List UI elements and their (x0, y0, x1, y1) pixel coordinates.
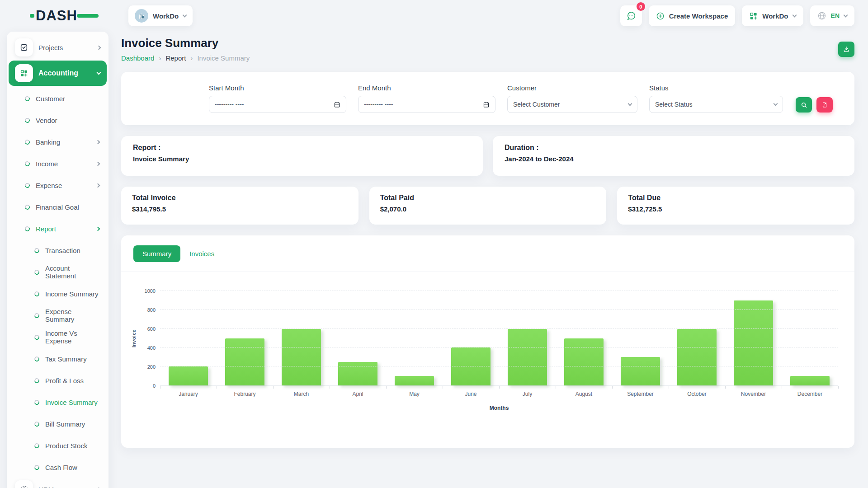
bar-november[interactable] (725, 291, 782, 385)
x-tick-label: September (612, 391, 669, 397)
sidebar-item-projects[interactable]: Projects (9, 36, 107, 59)
sidebar-item-banking[interactable]: Banking (9, 131, 107, 153)
sidebar-item-label: Banking (36, 138, 90, 146)
workdo-menu-label: WorkDo (762, 12, 788, 20)
sidebar-item-transaction[interactable]: Transaction (9, 239, 107, 261)
sidebar-item-invoice-summary[interactable]: Invoice Summary (9, 391, 107, 413)
x-tick-label: October (669, 391, 725, 397)
chevron-down-icon (774, 102, 778, 106)
sidebar-item-label: Account Statement (45, 264, 99, 280)
logo-dash-bar (77, 14, 99, 18)
sidebar-item-income-summary[interactable]: Income Summary (9, 283, 107, 305)
sidebar-item-profit-loss[interactable]: Profit & Loss (9, 370, 107, 391)
sidebar-item-customer[interactable]: Customer (9, 88, 107, 109)
workdo-menu-button[interactable]: WorkDo (742, 5, 803, 26)
sidebar-item-income-vs-expense[interactable]: Income Vs Expense (9, 326, 107, 348)
sidebar-item-label: HRM (38, 486, 92, 488)
status-select[interactable]: Select Status (649, 96, 783, 113)
bar-may[interactable] (386, 291, 443, 385)
total-due-card: Total Due $312,725.5 (617, 187, 854, 225)
breadcrumb-dashboard[interactable]: Dashboard (121, 54, 154, 62)
bullet-icon (33, 442, 40, 449)
chevron-right-icon (96, 161, 100, 166)
customer-select[interactable]: Select Customer (507, 96, 637, 113)
x-tick-label: January (160, 391, 217, 397)
bar-september[interactable] (612, 291, 669, 385)
bullet-icon (24, 160, 31, 167)
sidebar-item-label: Profit & Loss (45, 377, 99, 385)
create-workspace-button[interactable]: Create Workspace (649, 5, 736, 26)
end-month-input[interactable]: --------- ---- (358, 96, 495, 113)
chat-icon (626, 11, 636, 21)
sidebar-item-label: Income Vs Expense (45, 329, 99, 345)
bar-august[interactable] (556, 291, 612, 385)
chart-tabs: Summary Invoices (121, 245, 854, 262)
messages-button[interactable]: 0 (620, 5, 642, 26)
bar-june[interactable] (443, 291, 499, 385)
logo-text: DASH (36, 8, 77, 24)
calendar-icon (483, 101, 490, 108)
sidebar-item-label: Vendor (36, 117, 99, 124)
chevron-down-icon (792, 13, 797, 18)
search-button[interactable] (796, 97, 812, 113)
accounting-submenu: Customer Vendor Banking Income Expense F… (9, 88, 107, 478)
sidebar-item-hrm[interactable]: HRM (9, 478, 107, 488)
y-tick-label: 600 (147, 326, 156, 332)
chevron-right-icon (97, 45, 101, 50)
bar-january[interactable] (160, 291, 217, 385)
download-button[interactable] (838, 42, 854, 57)
sidebar-item-bill-summary[interactable]: Bill Summary (9, 413, 107, 435)
chevron-right-icon (96, 226, 100, 231)
breadcrumb-report[interactable]: Report (165, 54, 186, 62)
status-label: Status (649, 84, 783, 92)
projects-checkbox-icon (15, 38, 33, 56)
chevron-right-icon (96, 183, 100, 188)
x-axis-title: Months (135, 405, 838, 411)
sidebar-item-account-statement[interactable]: Account Statement (9, 261, 107, 283)
tab-invoices[interactable]: Invoices (189, 250, 214, 258)
bar-march[interactable] (273, 291, 330, 385)
y-tick-label: 1000 (145, 288, 156, 294)
stat-value: $314,795.5 (132, 205, 348, 213)
workspace-select[interactable]: WorkDo (128, 5, 193, 26)
stat-label: Total Invoice (132, 194, 348, 202)
chart-y-axis: Invoice 02004006008001000 (135, 291, 160, 386)
tab-summary[interactable]: Summary (133, 245, 180, 262)
start-month-placeholder: --------- ---- (215, 101, 244, 108)
stat-label: Total Paid (380, 194, 596, 202)
sidebar-item-report[interactable]: Report (9, 218, 107, 239)
bullet-icon (24, 225, 31, 232)
sidebar-item-expense-summary[interactable]: Expense Summary (9, 305, 107, 326)
chevron-down-icon (844, 13, 848, 18)
sidebar-item-accounting[interactable]: Accounting (9, 61, 107, 86)
bar-february[interactable] (217, 291, 273, 385)
sidebar-item-vendor[interactable]: Vendor (9, 109, 107, 131)
bullet-icon (24, 204, 31, 211)
total-paid-card: Total Paid $2,070.0 (369, 187, 607, 225)
language-select[interactable]: EN (810, 5, 854, 26)
y-tick-label: 0 (153, 383, 156, 389)
bar-april[interactable] (330, 291, 386, 385)
sidebar-item-expense[interactable]: Expense (9, 174, 107, 196)
sidebar-item-financial-goal[interactable]: Financial Goal (9, 196, 107, 218)
sidebar-item-cash-flow[interactable]: Cash Flow (9, 456, 107, 478)
dash-logo[interactable]: DASH (30, 8, 99, 24)
sidebar-item-label: Invoice Summary (45, 399, 99, 406)
sidebar: Projects Accounting Customer Vendor Bank… (7, 32, 108, 488)
x-tick-label: July (499, 391, 556, 397)
bar-july[interactable] (499, 291, 556, 385)
bullet-icon (33, 399, 40, 406)
sidebar-item-product-stock[interactable]: Product Stock (9, 435, 107, 456)
end-month-placeholder: --------- ---- (364, 101, 393, 108)
start-month-label: Start Month (209, 84, 346, 92)
customer-label: Customer (507, 84, 637, 92)
sidebar-item-tax-summary[interactable]: Tax Summary (9, 348, 107, 370)
chart-x-labels: JanuaryFebruaryMarchAprilMayJuneJulyAugu… (160, 391, 838, 397)
bar-december[interactable] (782, 291, 838, 385)
start-month-input[interactable]: --------- ---- (209, 96, 346, 113)
sidebar-item-income[interactable]: Income (9, 153, 107, 174)
sidebar-item-label: Accounting (38, 69, 92, 77)
chevron-down-icon (183, 13, 187, 18)
reset-filter-button[interactable] (816, 97, 833, 113)
bar-october[interactable] (669, 291, 725, 385)
